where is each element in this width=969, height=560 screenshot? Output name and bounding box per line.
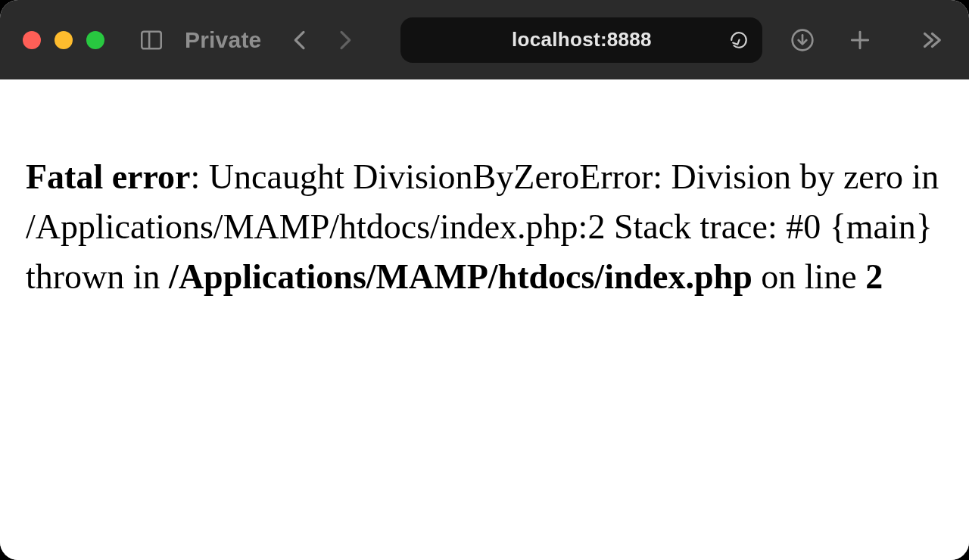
maximize-window-button[interactable] (86, 31, 104, 49)
error-separator: : (191, 157, 209, 196)
sidebar-toggle-icon[interactable] (136, 25, 167, 55)
error-file-path: /Applications/MAMP/htdocs/index.php (169, 257, 752, 296)
minimize-window-button[interactable] (55, 31, 73, 49)
page-content: Fatal error: Uncaught DivisionByZeroErro… (0, 79, 969, 560)
forward-button[interactable] (332, 28, 357, 52)
right-toolbar-cluster (787, 25, 946, 55)
php-error-block: Fatal error: Uncaught DivisionByZeroErro… (26, 152, 943, 303)
navigation-arrows (288, 28, 357, 52)
address-bar[interactable]: localhost:8888 (400, 17, 762, 63)
downloads-icon[interactable] (787, 25, 818, 55)
traffic-lights (23, 31, 104, 49)
svg-rect-0 (142, 31, 161, 48)
private-browsing-label: Private (185, 27, 261, 53)
new-tab-icon[interactable] (845, 25, 875, 55)
overflow-icon[interactable] (916, 25, 946, 55)
back-button[interactable] (288, 28, 313, 52)
error-label: Fatal error (26, 157, 191, 196)
url-text: localhost:8888 (512, 28, 652, 51)
browser-window: Private localhost:8888 (0, 0, 969, 560)
title-bar: Private localhost:8888 (0, 0, 969, 79)
close-window-button[interactable] (23, 31, 41, 49)
reload-icon[interactable] (729, 30, 749, 50)
error-connector: on line (752, 257, 865, 296)
error-line-number: 2 (865, 257, 883, 296)
